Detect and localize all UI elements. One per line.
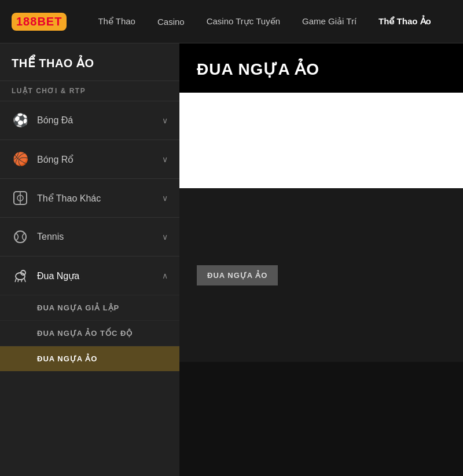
svg-point-3 (14, 231, 26, 243)
sidebar-item-the-thao-khac-label: Thể Thao Khác (37, 193, 162, 204)
svg-point-4 (16, 273, 25, 280)
sidebar: THỂ THAO ẢO LUẬT CHƠI & RTP ⚽ Bóng Đá ∨ … (0, 43, 179, 476)
sidebar-section-header: LUẬT CHƠI & RTP (0, 80, 179, 101)
main-layout: THỂ THAO ẢO LUẬT CHƠI & RTP ⚽ Bóng Đá ∨ … (0, 43, 463, 476)
svg-line-9 (24, 279, 25, 282)
sidebar-item-bong-da-label: Bóng Đá (37, 115, 162, 126)
logo-box: 188BET (12, 13, 67, 31)
sidebar-item-tennis-label: Tennis (37, 232, 162, 242)
sports-icon (12, 189, 29, 207)
chevron-down-icon-4: ∨ (162, 232, 168, 241)
svg-line-8 (21, 279, 22, 282)
horse-icon (12, 267, 29, 284)
dua-ngua-ao-button[interactable]: ĐUA NGỰA ẢO (197, 265, 278, 285)
soccer-icon: ⚽ (12, 112, 29, 129)
top-navigation: 188BET Thể Thao Casino Casino Trực Tuyến… (0, 0, 463, 43)
sidebar-item-dua-ngua[interactable]: Đua Ngựa ∧ (0, 256, 179, 295)
content-white-box (179, 93, 463, 188)
nav-link-casino-truc-tuyen[interactable]: Casino Trực Tuyến (199, 12, 288, 31)
nav-link-the-thao[interactable]: Thể Thao (90, 12, 144, 31)
nav-links: Thể Thao Casino Casino Trực Tuyến Game G… (90, 12, 451, 31)
sidebar-title: THỂ THAO ẢO (0, 43, 179, 80)
nav-link-casino[interactable]: Casino (149, 12, 193, 31)
nav-link-game-giai-tri[interactable]: Game Giải Trí (294, 12, 365, 31)
logo-text-bet: BET (37, 15, 62, 28)
svg-line-6 (15, 279, 16, 282)
chevron-down-icon-3: ∨ (162, 193, 168, 203)
content-title: ĐUA NGỰA ẢO (197, 60, 446, 79)
tennis-icon (12, 228, 29, 246)
content-header: ĐUA NGỰA ẢO (179, 43, 463, 93)
sidebar-item-bong-ro-label: Bóng Rổ (37, 154, 162, 165)
content-body: ĐUA NGỰA ẢO (179, 93, 463, 362)
chevron-down-icon: ∨ (162, 116, 168, 125)
logo[interactable]: 188BET (12, 13, 67, 31)
nav-link-the-thao-ao[interactable]: Thể Thao Ảo (370, 12, 439, 31)
sub-item-dua-ngua-ao-toc-do[interactable]: ĐUA NGỰA ẢO TỐC ĐỘ (0, 320, 179, 346)
sidebar-item-dua-ngua-label: Đua Ngựa (37, 270, 162, 281)
sub-item-dua-ngua-gia-lap[interactable]: ĐUA NGỰA GIẢ LẬP (0, 295, 179, 320)
sidebar-item-the-thao-khac[interactable]: Thể Thao Khác ∨ (0, 178, 179, 217)
content-area: ĐUA NGỰA ẢO ĐUA NGỰA ẢO (179, 43, 463, 476)
dark-section: ĐUA NGỰA ẢO (179, 188, 463, 362)
chevron-down-icon-2: ∨ (162, 155, 168, 164)
logo-text-188: 188 (16, 15, 37, 28)
basketball-icon: 🏀 (12, 151, 29, 168)
sidebar-item-bong-da[interactable]: ⚽ Bóng Đá ∨ (0, 101, 179, 140)
svg-line-7 (18, 279, 19, 282)
chevron-up-icon: ∧ (162, 271, 168, 280)
sub-item-dua-ngua-ao[interactable]: ĐUA NGỰA ẢO (0, 346, 179, 371)
sidebar-item-bong-ro[interactable]: 🏀 Bóng Rổ ∨ (0, 140, 179, 178)
sidebar-item-tennis[interactable]: Tennis ∨ (0, 217, 179, 256)
